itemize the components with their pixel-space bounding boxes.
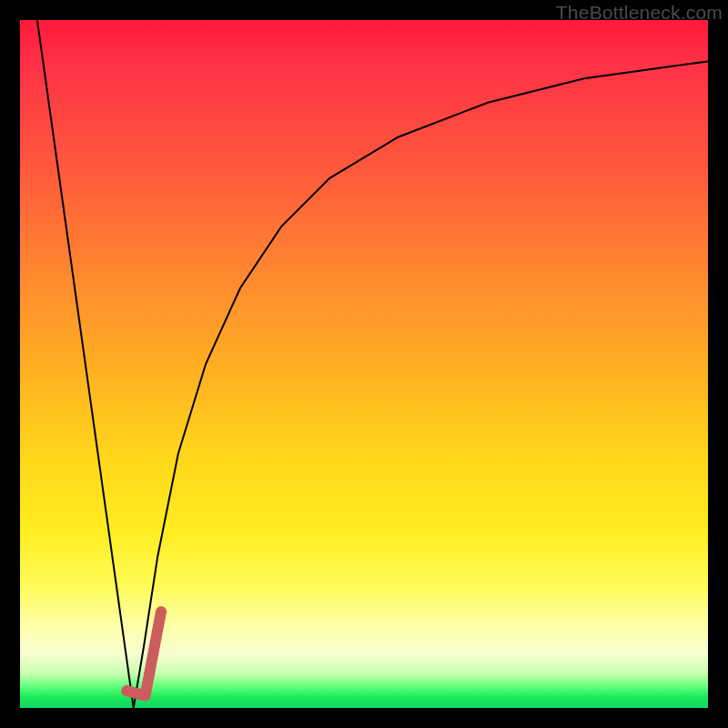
series-group xyxy=(37,20,708,708)
chart-frame: TheBottleneck.com xyxy=(0,0,728,728)
series-asymptotic-curve xyxy=(134,61,708,708)
series-left-slope xyxy=(37,20,134,708)
series-pink-marker xyxy=(126,612,161,695)
chart-svg xyxy=(20,20,708,708)
watermark-text: TheBottleneck.com xyxy=(556,2,723,24)
plot-area xyxy=(20,20,708,708)
